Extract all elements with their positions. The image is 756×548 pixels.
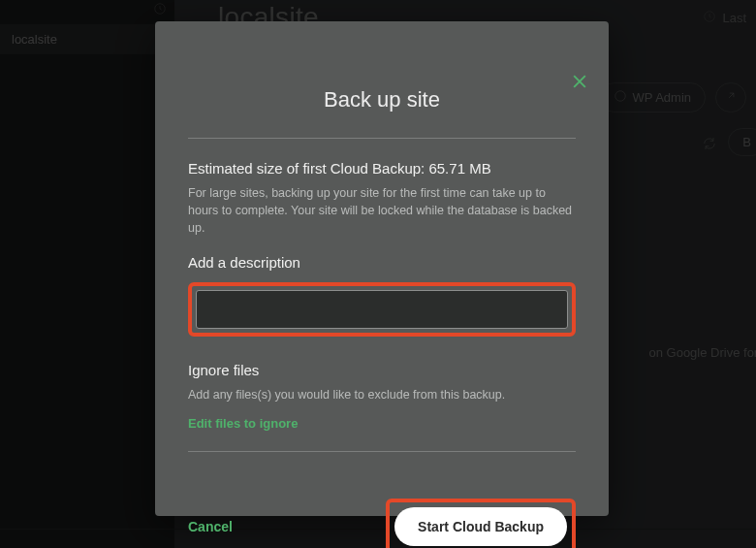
start-cloud-backup-button[interactable]: Start Cloud Backup xyxy=(394,507,567,546)
primary-action-highlight: Start Cloud Backup xyxy=(386,499,576,549)
edit-ignore-link[interactable]: Edit files to ignore xyxy=(188,416,298,431)
size-subtext: For large sites, backing up your site fo… xyxy=(188,184,576,237)
backup-modal: Back up site Estimated size of first Clo… xyxy=(155,21,609,516)
modal-actions: Cancel Start Cloud Backup xyxy=(188,473,576,549)
description-input[interactable] xyxy=(196,290,568,329)
ignore-subtext: Add any files(s) you would like to exclu… xyxy=(188,386,576,403)
cancel-button[interactable]: Cancel xyxy=(188,515,233,538)
modal-title: Back up site xyxy=(188,21,576,138)
divider xyxy=(188,138,576,139)
size-heading: Estimated size of first Cloud Backup: 65… xyxy=(188,160,576,177)
description-heading: Add a description xyxy=(188,254,576,271)
description-highlight xyxy=(188,282,576,337)
close-icon[interactable] xyxy=(570,72,589,95)
divider xyxy=(188,451,576,452)
ignore-heading: Ignore files xyxy=(188,362,576,378)
